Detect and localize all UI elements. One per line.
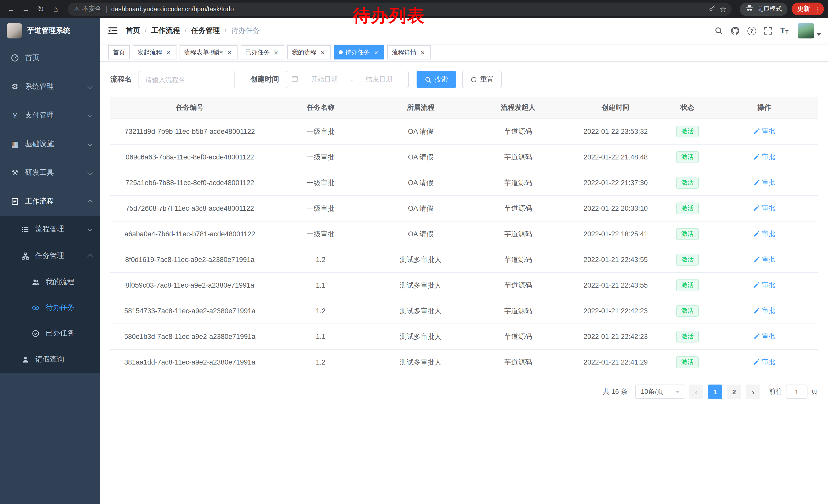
cell-task-id: 8f0d1619-7ac8-11ec-a9e2-a2380e71991a [110, 247, 269, 273]
main-area: 首页 工作流程 任务管理 待办任务 ? TT [100, 18, 828, 504]
date-range-picker[interactable]: 开始日期 - 结束日期 [286, 71, 409, 88]
breadcrumb-home[interactable]: 首页 [126, 26, 140, 35]
tab-done-tasks[interactable]: 已办任务 × [241, 45, 284, 59]
approve-link[interactable]: 审批 [753, 306, 775, 316]
browser-home-icon[interactable]: ⌂ [49, 2, 63, 16]
search-icon[interactable] [710, 18, 727, 44]
table-header-row: 任务编号 任务名称 所属流程 流程发起人 创建时间 状态 操作 [110, 97, 818, 119]
browser-menu-icon[interactable]: ⋮ [814, 5, 821, 13]
cell-task-name: 一级审批 [269, 144, 372, 170]
approve-link[interactable]: 审批 [753, 152, 775, 162]
approve-link[interactable]: 审批 [753, 127, 775, 136]
cell-task-name: 1.2 [269, 350, 372, 375]
cell-actions: 审批 [710, 119, 818, 144]
cell-task-name: 一级审批 [269, 170, 372, 196]
cell-status: 激活 [664, 170, 710, 196]
approve-link[interactable]: 审批 [753, 332, 775, 341]
close-icon[interactable]: × [319, 49, 326, 56]
process-name-input[interactable] [138, 71, 235, 88]
approve-link[interactable]: 审批 [753, 358, 775, 367]
cell-status: 激活 [664, 196, 710, 221]
avatar[interactable] [798, 23, 814, 39]
fullscreen-icon[interactable] [760, 18, 776, 44]
table-row: 73211d9d-7b9b-11ec-b5b7-acde48001122 一级审… [110, 119, 818, 144]
chevron-down-icon [87, 170, 93, 175]
update-button[interactable]: 更新 ⋮ [792, 3, 824, 15]
app-logo-image [7, 23, 22, 39]
cell-starter: 芋道源码 [469, 144, 567, 170]
approve-link[interactable]: 审批 [753, 255, 775, 264]
sidebar-item-process-mgmt[interactable]: 流程管理 [0, 216, 100, 242]
incognito-label: 无痕模式 [757, 5, 782, 13]
cell-process: 测试多审批人 [372, 298, 469, 324]
close-icon[interactable]: × [419, 49, 426, 56]
table-row: 381aa1dd-7ac8-11ec-a9e2-a2380e71991a 1.2… [110, 350, 818, 375]
tab-process-detail[interactable]: 流程详情 × [387, 45, 431, 59]
cell-create-time: 2022-01-22 21:48:48 [567, 144, 664, 170]
cell-task-name: 1.1 [269, 273, 372, 298]
approve-link[interactable]: 审批 [753, 281, 775, 290]
bookmark-star-icon[interactable]: ☆ [719, 5, 727, 13]
cell-starter: 芋道源码 [469, 298, 567, 324]
reset-button[interactable]: 重置 [462, 71, 502, 88]
breadcrumb-workflow[interactable]: 工作流程 [140, 26, 180, 35]
next-page-icon[interactable]: › [746, 384, 760, 399]
sidebar-item-done-tasks[interactable]: 已办任务 [0, 320, 100, 346]
prev-page-icon[interactable]: ‹ [689, 384, 703, 399]
font-size-icon[interactable]: TT [776, 18, 793, 44]
close-icon[interactable]: × [273, 49, 280, 56]
help-icon[interactable]: ? [743, 18, 760, 44]
cell-starter: 芋道源码 [469, 196, 567, 221]
cell-task-id: 381aa1dd-7ac8-11ec-a9e2-a2380e71991a [110, 350, 269, 375]
tab-start-process[interactable]: 发起流程 × [133, 45, 176, 59]
sidebar-item-infra[interactable]: ▦ 基础设施 [0, 130, 100, 158]
cell-create-time: 2022-01-21 22:41:29 [567, 350, 664, 375]
browser-back-icon[interactable]: ← [4, 2, 18, 16]
sidebar-item-system[interactable]: ⚙ 系统管理 [0, 72, 100, 101]
password-key-icon[interactable] [708, 5, 715, 13]
status-badge: 激活 [676, 330, 699, 342]
tab-todo-tasks[interactable]: 待办任务 × [334, 45, 384, 59]
page-jump-input[interactable] [786, 384, 808, 399]
sidebar-item-payment[interactable]: ¥ 支付管理 [0, 101, 100, 130]
cell-task-id: a6aba0a4-7b6d-11ec-b781-acde48001122 [110, 221, 269, 247]
user-menu[interactable] [798, 23, 821, 39]
check-circle-icon [31, 329, 40, 337]
breadcrumb-task-mgmt[interactable]: 任务管理 [180, 26, 220, 35]
cell-task-id: 069c6a63-7b8a-11ec-8ef0-acde48001122 [110, 144, 269, 170]
status-badge: 激活 [676, 228, 699, 240]
cell-process: OA 请假 [372, 170, 469, 196]
close-icon[interactable]: × [165, 49, 172, 56]
table-row: 75d72608-7b7f-11ec-a3c8-acde48001122 一级审… [110, 196, 818, 221]
app-logo-row[interactable]: 芋道管理系统 [0, 18, 100, 44]
approve-link[interactable]: 审批 [753, 178, 775, 187]
page-size-select[interactable]: 10条/页 [635, 384, 685, 399]
status-badge: 激活 [676, 305, 699, 317]
table-row: 8f059c03-7ac8-11ec-a9e2-a2380e71991a 1.1… [110, 273, 818, 298]
cell-status: 激活 [664, 298, 710, 324]
sidebar-item-task-mgmt[interactable]: 任务管理 [0, 242, 100, 269]
approve-link[interactable]: 审批 [753, 229, 775, 239]
browser-reload-icon[interactable]: ↻ [34, 2, 48, 16]
page-button-1[interactable]: 1 [708, 384, 722, 399]
sidebar-item-leave-query[interactable]: 请假查询 [0, 346, 100, 373]
page-button-2[interactable]: 2 [727, 384, 741, 399]
sidebar-collapse-icon[interactable] [100, 18, 126, 44]
sidebar-item-workflow[interactable]: 工作流程 [0, 187, 100, 216]
github-icon[interactable] [727, 18, 743, 44]
close-icon[interactable]: × [226, 49, 233, 56]
app-shell: 芋道管理系统 首页 ⚙ 系统管理 ¥ 支付管理 [0, 18, 828, 504]
col-status: 状态 [664, 97, 710, 119]
search-button[interactable]: 搜索 [417, 71, 456, 88]
approve-link[interactable]: 审批 [753, 204, 775, 213]
close-icon[interactable]: × [372, 49, 380, 56]
browser-forward-icon[interactable]: → [19, 2, 33, 16]
sidebar-item-todo-tasks[interactable]: 待办任务 [0, 295, 100, 320]
tab-my-processes[interactable]: 我的流程 × [287, 45, 331, 59]
sidebar-item-my-processes[interactable]: 我的流程 [0, 269, 100, 295]
chevron-down-icon [87, 226, 93, 231]
sidebar-item-home[interactable]: 首页 [0, 44, 100, 72]
tab-process-form-edit[interactable]: 流程表单-编辑 × [179, 45, 238, 59]
sidebar-item-devtools[interactable]: ⚒ 研发工具 [0, 158, 100, 187]
tab-home[interactable]: 首页 [108, 45, 130, 59]
